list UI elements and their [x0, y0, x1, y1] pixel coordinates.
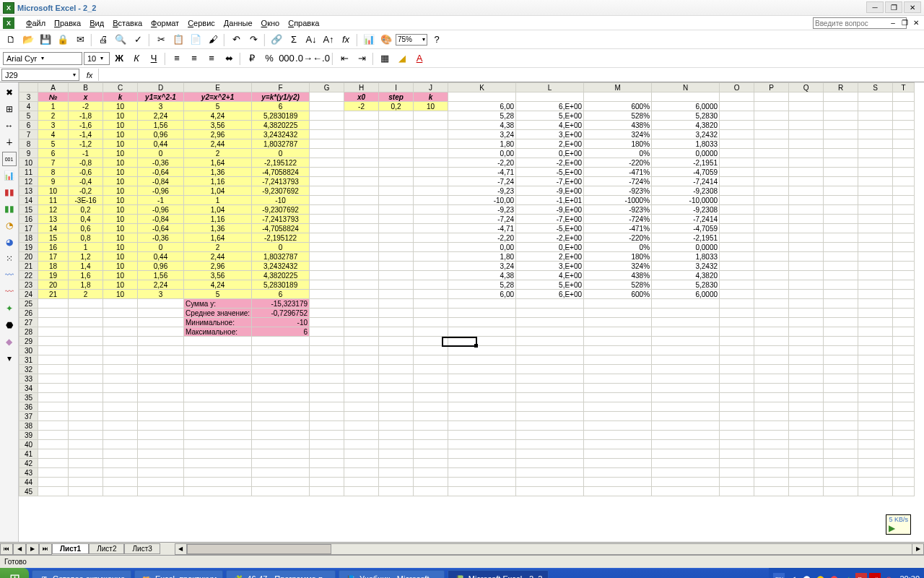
cell[interactable] — [584, 327, 652, 337]
cell[interactable] — [184, 468, 252, 478]
cell[interactable] — [652, 318, 720, 327]
cell[interactable] — [720, 412, 754, 421]
cell[interactable] — [720, 299, 754, 309]
cell[interactable] — [720, 478, 754, 487]
cell[interactable] — [448, 318, 516, 327]
row-header[interactable]: 40 — [19, 440, 38, 449]
cell[interactable] — [103, 431, 138, 440]
row-header[interactable]: 20 — [19, 252, 38, 262]
cell[interactable] — [448, 402, 516, 412]
tool-icon[interactable]: ✖ — [2, 85, 17, 100]
cell[interactable] — [652, 421, 720, 431]
cell[interactable]: -471% — [584, 224, 652, 233]
cell[interactable] — [310, 449, 344, 459]
cell[interactable] — [414, 262, 448, 271]
undo-icon[interactable]: ↶ — [228, 32, 244, 48]
cell[interactable] — [824, 186, 858, 196]
cell[interactable]: 528% — [584, 111, 652, 121]
cell[interactable] — [789, 224, 824, 233]
cell[interactable]: 5,2830189 — [252, 280, 310, 290]
cell[interactable] — [824, 271, 858, 280]
cell[interactable] — [720, 449, 754, 459]
cell[interactable] — [824, 309, 858, 318]
cell[interactable] — [344, 224, 379, 233]
cell[interactable] — [824, 130, 858, 139]
cell[interactable] — [414, 374, 448, 384]
cell[interactable] — [379, 130, 414, 139]
cell[interactable] — [824, 327, 858, 337]
cell[interactable] — [379, 252, 414, 262]
cell[interactable]: 5,28 — [448, 280, 516, 290]
cell[interactable] — [344, 205, 379, 215]
cell[interactable] — [824, 168, 858, 177]
cell[interactable] — [720, 468, 754, 478]
cell[interactable] — [789, 421, 824, 431]
cell[interactable]: 180% — [584, 252, 652, 262]
cell[interactable] — [893, 318, 915, 327]
cell[interactable] — [754, 318, 789, 327]
cell[interactable] — [379, 337, 414, 346]
cell[interactable] — [516, 299, 584, 309]
cell[interactable] — [103, 327, 138, 337]
cell[interactable]: 4,E+00 — [516, 271, 584, 280]
cell[interactable] — [858, 196, 893, 205]
borders-icon[interactable]: ▦ — [377, 51, 393, 66]
cell[interactable]: 4,E+00 — [516, 121, 584, 130]
cell[interactable] — [789, 299, 824, 309]
cell[interactable] — [138, 374, 184, 384]
cell[interactable] — [789, 252, 824, 262]
column-header[interactable]: A — [38, 83, 69, 92]
cell[interactable]: -1000% — [584, 196, 652, 205]
column-header[interactable]: I — [379, 83, 414, 92]
cell[interactable] — [720, 365, 754, 374]
cell[interactable] — [824, 487, 858, 496]
cell[interactable]: 2,24 — [138, 280, 184, 290]
cell[interactable]: 0,00 — [448, 149, 516, 158]
cell[interactable] — [824, 92, 858, 102]
cell[interactable] — [344, 262, 379, 271]
cell[interactable] — [414, 421, 448, 431]
cell[interactable] — [858, 186, 893, 196]
cell[interactable] — [38, 412, 69, 421]
cell[interactable] — [310, 139, 344, 149]
cell[interactable] — [652, 346, 720, 355]
cell[interactable] — [516, 384, 584, 393]
cell[interactable]: -0,64 — [138, 168, 184, 177]
increase-indent-icon[interactable]: ⇥ — [354, 51, 370, 66]
cell[interactable]: 3,2432 — [652, 262, 720, 271]
cell[interactable] — [789, 327, 824, 337]
row-header[interactable]: 38 — [19, 421, 38, 431]
cell[interactable]: -471% — [584, 168, 652, 177]
cell[interactable] — [103, 440, 138, 449]
cell[interactable]: 3 — [138, 290, 184, 299]
autosum-icon[interactable]: Σ — [286, 32, 302, 48]
cell[interactable] — [789, 412, 824, 421]
cell[interactable] — [893, 478, 915, 487]
cell[interactable]: -2,1951 — [652, 233, 720, 243]
cell[interactable] — [893, 111, 915, 121]
cell[interactable]: -1 — [69, 149, 103, 158]
cell[interactable] — [310, 205, 344, 215]
cell[interactable]: 1,8033 — [652, 252, 720, 262]
cell[interactable] — [720, 168, 754, 177]
increase-decimal-icon[interactable]: .0→ — [296, 51, 312, 66]
cell[interactable]: -4,7058824 — [252, 168, 310, 177]
cell[interactable] — [310, 149, 344, 158]
cell[interactable]: 6 — [252, 102, 310, 111]
cell[interactable]: -1,4 — [69, 130, 103, 139]
cell[interactable]: 1,56 — [138, 271, 184, 280]
row-header[interactable]: 28 — [19, 327, 38, 337]
column-header[interactable]: G — [310, 83, 344, 92]
cell[interactable] — [720, 327, 754, 337]
cell[interactable] — [448, 459, 516, 468]
cell[interactable]: 5,E+00 — [516, 111, 584, 121]
cell[interactable] — [824, 102, 858, 111]
function-icon[interactable]: fx — [338, 32, 354, 48]
cell[interactable]: 4,3820 — [652, 271, 720, 280]
cell[interactable]: y=k*(y1/y2) — [252, 92, 310, 102]
cell[interactable] — [252, 384, 310, 393]
cell[interactable] — [824, 252, 858, 262]
cell[interactable] — [344, 459, 379, 468]
tray-icon[interactable]: ⬤ — [801, 573, 812, 578]
cell[interactable] — [103, 374, 138, 384]
